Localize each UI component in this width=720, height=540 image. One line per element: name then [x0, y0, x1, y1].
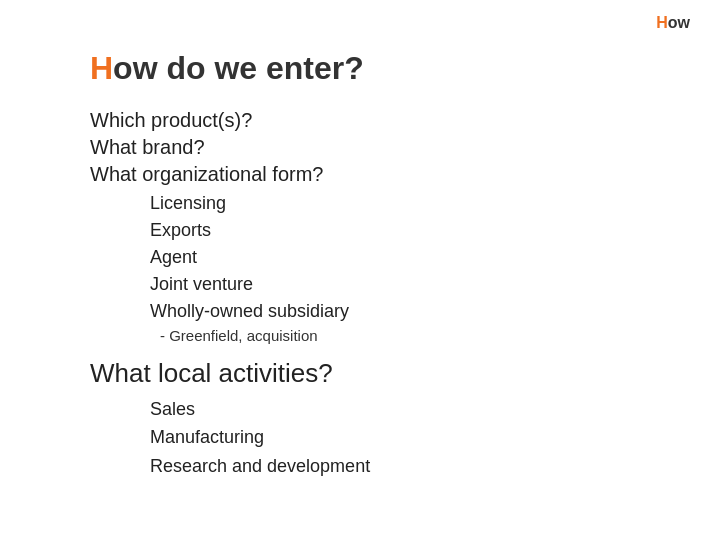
local-activity-manufacturing: Manufacturing	[150, 423, 690, 452]
org-form-agent: Agent	[150, 244, 690, 271]
org-form-sub-note: - Greenfield, acquisition	[160, 325, 690, 348]
local-activity-research: Research and development	[150, 452, 690, 481]
org-form-joint-venture: Joint venture	[150, 271, 690, 298]
page-container: How How do we enter? Which product(s)? W…	[0, 0, 720, 540]
title-rest: ow do we enter?	[113, 50, 364, 86]
org-form-licensing: Licensing	[150, 190, 690, 217]
top-label-accent: H	[656, 14, 668, 31]
question-products: Which product(s)?	[90, 109, 690, 132]
title-accent-letter: H	[90, 50, 113, 86]
local-activity-sales: Sales	[150, 395, 690, 424]
org-forms-list: Licensing Exports Agent Joint venture Wh…	[150, 190, 690, 348]
local-activities-list: Sales Manufacturing Research and develop…	[150, 395, 690, 481]
org-form-wholly-owned: Wholly-owned subsidiary	[150, 298, 690, 325]
question-brand: What brand?	[90, 136, 690, 159]
main-content: How do we enter? Which product(s)? What …	[30, 50, 690, 481]
question-org-form: What organizational form?	[90, 163, 690, 186]
local-activities-heading: What local activities?	[90, 358, 690, 389]
top-label-rest: ow	[668, 14, 690, 31]
main-title: How do we enter?	[90, 50, 690, 87]
top-right-label: How	[656, 14, 690, 32]
org-form-exports: Exports	[150, 217, 690, 244]
